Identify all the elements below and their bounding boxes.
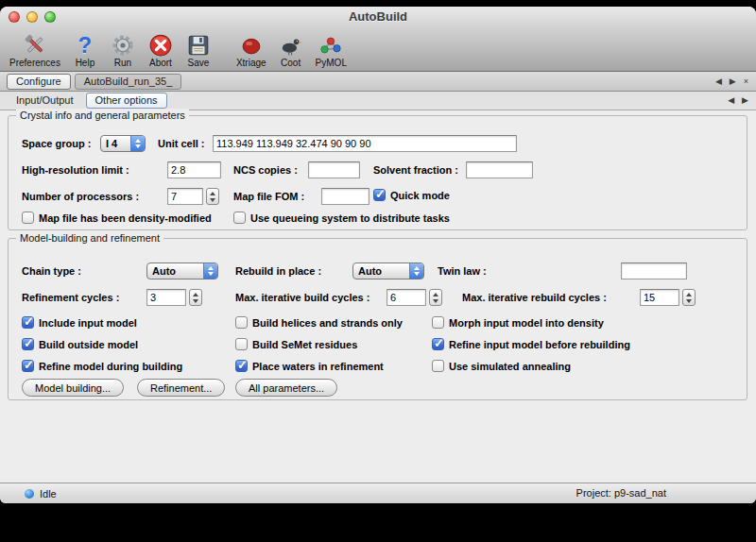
checkbox-box: [22, 338, 34, 350]
refinement-cycles-stepper[interactable]: [189, 289, 202, 306]
subtab-next-icon[interactable]: ▶: [742, 96, 748, 105]
refinement-cycles-label: Refinement cycles :: [22, 292, 119, 303]
all-parameters-button[interactable]: All parameters...: [235, 379, 337, 397]
refinement-button[interactable]: Refinement...: [137, 379, 225, 397]
high-res-limit-input[interactable]: [167, 161, 221, 178]
max-build-cycles-stepper[interactable]: [429, 289, 442, 306]
abort-button[interactable]: Abort: [142, 27, 180, 71]
checkbox-label: Refine model during building: [39, 361, 182, 372]
simulated-annealing-checkbox[interactable]: Use simulated annealing: [432, 360, 571, 372]
tool-label: Xtriage: [236, 58, 266, 68]
preferences-button[interactable]: Preferences: [4, 27, 66, 71]
tab-next-icon[interactable]: ▶: [730, 77, 736, 86]
build-outside-model-checkbox[interactable]: Build outside model: [22, 338, 138, 350]
crystal-info-legend: Crystal info and general parameters: [16, 109, 189, 122]
preferences-icon: [22, 32, 48, 59]
checkbox-box: [432, 316, 444, 329]
unit-cell-input[interactable]: [213, 135, 517, 152]
document-tab-bar: Configure AutoBuild_run_35_ ◀ ▶ ×: [0, 72, 756, 92]
num-processors-input[interactable]: [167, 188, 203, 205]
status-text: Idle: [40, 488, 57, 500]
map-fom-input[interactable]: [321, 188, 369, 205]
morph-model-checkbox[interactable]: Morph input model into density: [432, 316, 604, 329]
help-icon: ?: [72, 32, 98, 59]
tab-other-options[interactable]: Other options: [86, 93, 167, 109]
tab-configure[interactable]: Configure: [7, 74, 71, 90]
xtriage-icon: [238, 32, 265, 59]
checkbox-box: [235, 360, 248, 372]
build-semet-checkbox[interactable]: Build SeMet residues: [235, 338, 357, 350]
refine-during-building-checkbox[interactable]: Refine model during building: [22, 360, 182, 372]
popup-arrows-icon: [130, 136, 145, 151]
max-build-cycles-input[interactable]: [387, 289, 426, 306]
ncs-copies-input[interactable]: [308, 161, 360, 178]
tool-label: Coot: [281, 58, 301, 68]
coot-button[interactable]: Coot: [272, 27, 310, 71]
checkbox-box: [432, 338, 444, 350]
tab-prev-icon[interactable]: ◀: [715, 77, 722, 86]
chain-type-select[interactable]: Auto: [146, 263, 218, 279]
checkbox-label: Place waters in refinement: [252, 361, 384, 372]
tab-autobuild-run-35[interactable]: AutoBuild_run_35_: [75, 74, 182, 90]
tab-input-output[interactable]: Input/Output: [7, 93, 83, 109]
checkbox-label: Build SeMet residues: [252, 339, 357, 350]
checkbox-label: Build helices and strands only: [252, 317, 403, 329]
max-rebuild-cycles-label: Max. iterative rebuild cycles :: [462, 292, 607, 303]
max-build-cycles-label: Max. iterative build cycles :: [235, 292, 369, 303]
chain-type-label: Chain type :: [22, 265, 81, 277]
model-building-group: Model-building and refinement Chain type…: [8, 238, 747, 400]
save-button[interactable]: Save: [180, 27, 217, 71]
solvent-fraction-input[interactable]: [466, 161, 533, 178]
tool-label: Help: [76, 58, 95, 68]
density-modified-checkbox[interactable]: Map file has been density-modified: [22, 212, 212, 224]
checkbox-label: Use simulated annealing: [449, 361, 571, 372]
checkbox-box: [432, 360, 444, 372]
status-indicator-icon: [25, 489, 34, 499]
titlebar[interactable]: AutoBuild: [0, 7, 756, 27]
solvent-fraction-label: Solvent fraction :: [373, 164, 458, 176]
tab-nav-controls: ◀ ▶ ×: [715, 72, 748, 91]
checkbox-label: Include input model: [39, 317, 137, 329]
rebuild-in-place-value: Auto: [353, 263, 409, 279]
chain-type-value: Auto: [147, 263, 203, 279]
crystal-info-group: Crystal info and general parameters Spac…: [8, 115, 747, 230]
coot-bird-icon: [278, 32, 304, 59]
checkbox-label: Morph input model into density: [449, 317, 604, 329]
checkbox-box: [233, 212, 246, 224]
autobuild-window: AutoBuild Preferences ? Help: [0, 7, 756, 503]
checkbox-label: Use queueing system to distribute tasks: [250, 212, 450, 224]
pymol-molecule-icon: [318, 32, 344, 59]
xtriage-button[interactable]: Xtriage: [231, 27, 272, 71]
high-res-limit-label: High-resolution limit :: [22, 164, 129, 176]
place-waters-checkbox[interactable]: Place waters in refinement: [235, 360, 384, 372]
num-processors-stepper[interactable]: [206, 188, 219, 205]
tool-label: Abort: [149, 58, 172, 68]
num-processors-label: Number of processors :: [22, 191, 139, 202]
tab-close-icon[interactable]: ×: [744, 77, 748, 86]
max-rebuild-cycles-stepper[interactable]: [682, 289, 696, 306]
include-input-model-checkbox[interactable]: Include input model: [22, 316, 137, 329]
run-button[interactable]: Run: [104, 27, 142, 71]
rebuild-in-place-select[interactable]: Auto: [352, 263, 424, 279]
pymol-button[interactable]: PyMOL: [310, 27, 352, 71]
refinement-cycles-input[interactable]: [146, 289, 186, 306]
twin-law-input[interactable]: [621, 263, 687, 279]
space-group-select[interactable]: I 4: [100, 135, 146, 152]
checkbox-box: [235, 338, 248, 350]
checkbox-box: [235, 316, 248, 329]
checkbox-box: [22, 316, 34, 329]
map-fom-label: Map file FOM :: [233, 191, 304, 202]
subtab-prev-icon[interactable]: ◀: [728, 96, 734, 105]
abort-icon: [147, 32, 174, 59]
max-rebuild-cycles-input[interactable]: [640, 289, 679, 306]
help-button[interactable]: ? Help: [66, 27, 104, 71]
queueing-system-checkbox[interactable]: Use queueing system to distribute tasks: [233, 212, 450, 224]
refine-before-rebuilding-checkbox[interactable]: Refine input model before rebuilding: [432, 338, 630, 350]
quick-mode-checkbox[interactable]: Quick mode: [373, 189, 450, 201]
build-helices-checkbox[interactable]: Build helices and strands only: [235, 316, 403, 329]
model-building-legend: Model-building and refinement: [16, 231, 163, 245]
rebuild-in-place-label: Rebuild in place :: [235, 265, 321, 277]
unit-cell-label: Unit cell :: [158, 138, 205, 149]
model-building-button[interactable]: Model building...: [22, 379, 124, 397]
tool-label: PyMOL: [316, 58, 347, 68]
